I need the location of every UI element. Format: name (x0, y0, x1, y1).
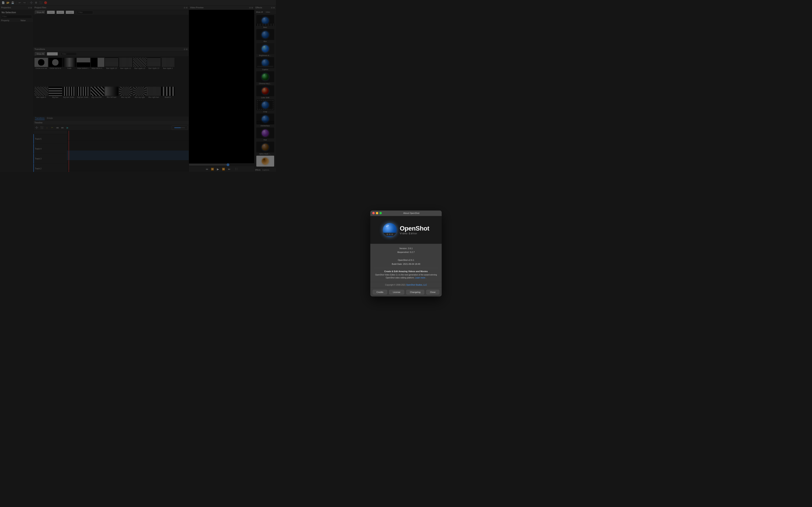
modal-overlay: About OpenShot OpenShot Video Editor (0, 0, 276, 172)
